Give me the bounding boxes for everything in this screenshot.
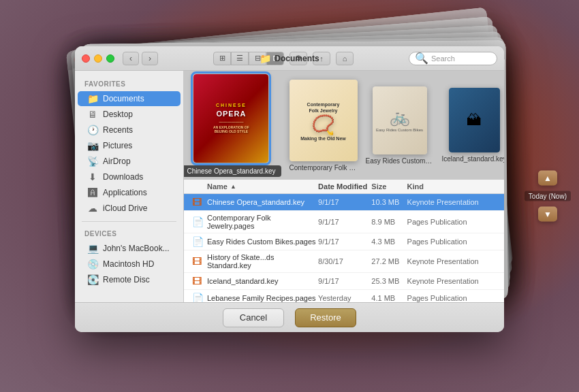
file-kind: Keynote Presentation bbox=[407, 277, 496, 285]
file-date: 9/1/17 bbox=[318, 277, 371, 285]
restore-button[interactable]: Restore bbox=[295, 308, 356, 327]
file-date: 9/1/17 bbox=[318, 218, 371, 226]
sidebar-item-remote-disc[interactable]: 💽 Remote Disc bbox=[78, 272, 181, 287]
file-date: 8/30/17 bbox=[318, 257, 371, 265]
sidebar: Favorites 📁 Documents 🖥 Desktop 🕐 Recent… bbox=[75, 71, 184, 302]
file-name: Chinese Opera_standard.key bbox=[207, 198, 318, 206]
timeline-down-button[interactable]: ▼ bbox=[538, 207, 557, 222]
iceland-label: Iceland_standard.key bbox=[442, 155, 505, 163]
file-icon-cell: 🎞 bbox=[192, 197, 207, 208]
file-name: Lebanese Family Recipes.pages bbox=[207, 294, 318, 302]
sidebar-item-macbook[interactable]: 💻 John's MacBook... bbox=[78, 241, 181, 256]
sidebar-item-airdrop[interactable]: 📡 AirDrop bbox=[78, 154, 181, 169]
file-date: 9/1/17 bbox=[318, 198, 371, 206]
file-name: Iceland_standard.key bbox=[207, 277, 318, 285]
file-row[interactable]: 📄 Contemporary Folk Jewelry.pages 9/1/17… bbox=[184, 211, 504, 233]
bikes-thumb: 🚲 Easy Rides Custom Bikes bbox=[373, 86, 427, 154]
file-size: 4.3 MB bbox=[371, 238, 407, 246]
link-button[interactable]: ⌂ bbox=[336, 52, 354, 65]
file-icon-cell: 🎞 bbox=[192, 276, 207, 287]
devices-label: Devices bbox=[75, 227, 183, 240]
preview-chinese-opera[interactable]: CHINESE OPERA —————— AN EXPLORATION OF B… bbox=[184, 74, 281, 177]
icloud-label: iCloud Drive bbox=[103, 203, 147, 213]
airdrop-icon: 📡 bbox=[87, 156, 98, 167]
sidebar-item-desktop[interactable]: 🖥 Desktop bbox=[78, 107, 181, 122]
jewelry-thumb: ContemporaryFolk Jewelry 📿 Making the Ol… bbox=[290, 80, 358, 161]
preview-folk-jewelry[interactable]: ContemporaryFolk Jewelry 📿 Making the Ol… bbox=[290, 80, 358, 172]
pictures-label: Pictures bbox=[103, 141, 132, 150]
finder-window: ‹ › ⊞ ☰ ⊟ ⊡ ⚙ ↑ ⌂ 📁 Documents 🔍 Search F… bbox=[75, 46, 504, 332]
timeline-slider: ▲ Today (Now) ▼ bbox=[525, 171, 571, 222]
sidebar-item-pictures[interactable]: 📷 Pictures bbox=[78, 138, 181, 153]
file-row[interactable]: 📄 Lebanese Family Recipes.pages Yesterda… bbox=[184, 290, 504, 302]
timeline-up-button[interactable]: ▲ bbox=[538, 171, 557, 186]
minimize-button[interactable] bbox=[94, 54, 102, 63]
window-title: 📁 Documents bbox=[260, 53, 319, 64]
file-icon-cell: 📄 bbox=[192, 236, 207, 247]
file-size: 10.3 MB bbox=[371, 198, 407, 206]
documents-label: Documents bbox=[103, 94, 144, 103]
title-bar: ‹ › ⊞ ☰ ⊟ ⊡ ⚙ ↑ ⌂ 📁 Documents 🔍 Search bbox=[75, 46, 504, 71]
recents-icon: 🕐 bbox=[87, 125, 98, 135]
sidebar-item-documents[interactable]: 📁 Documents bbox=[78, 91, 181, 106]
sidebar-item-recents[interactable]: 🕐 Recents bbox=[78, 122, 181, 137]
recents-label: Recents bbox=[103, 125, 133, 135]
icloud-icon: ☁ bbox=[87, 203, 98, 214]
bikes-preview-art: 🚲 Easy Rides Custom Bikes bbox=[373, 86, 427, 154]
cancel-button[interactable]: Cancel bbox=[223, 308, 284, 327]
desktop-label: Desktop bbox=[103, 110, 133, 119]
header-name[interactable]: Name ▲ bbox=[207, 182, 318, 191]
close-button[interactable] bbox=[82, 54, 90, 63]
file-type-icon: 🎞 bbox=[192, 256, 202, 267]
file-kind: Keynote Presentation bbox=[407, 257, 496, 265]
folder-icon: 📁 bbox=[260, 53, 271, 64]
header-size[interactable]: Size bbox=[371, 182, 407, 191]
opera-thumb: CHINESE OPERA —————— AN EXPLORATION OF B… bbox=[193, 74, 268, 163]
search-box[interactable]: 🔍 Search bbox=[409, 52, 497, 65]
file-row[interactable]: 🎞 History of Skate...ds Standard.key 8/3… bbox=[184, 250, 504, 273]
file-name: Contemporary Folk Jewelry.pages bbox=[207, 214, 318, 230]
header-date[interactable]: Date Modified bbox=[318, 182, 371, 191]
view-list-button[interactable]: ☰ bbox=[231, 52, 249, 65]
view-icon-button[interactable]: ⊞ bbox=[213, 52, 231, 65]
macbook-label: John's MacBook... bbox=[103, 244, 170, 253]
iceland-thumb: 🏔 bbox=[449, 88, 500, 152]
preview-area: CHINESE OPERA —————— AN EXPLORATION OF B… bbox=[184, 71, 504, 180]
file-rows-container: 🎞 Chinese Opera_standard.key 9/1/17 10.3… bbox=[184, 194, 504, 302]
file-kind: Keynote Presentation bbox=[407, 198, 496, 206]
sidebar-item-icloud[interactable]: ☁ iCloud Drive bbox=[78, 201, 181, 216]
file-list-header: Name ▲ Date Modified Size Kind bbox=[184, 180, 504, 194]
file-date: Yesterday bbox=[318, 294, 371, 302]
nav-buttons: ‹ › bbox=[123, 52, 158, 65]
file-type-icon: 🎞 bbox=[192, 197, 202, 208]
file-row[interactable]: 🎞 Chinese Opera_standard.key 9/1/17 10.3… bbox=[184, 194, 504, 211]
file-type-icon: 📄 bbox=[192, 293, 204, 302]
file-icon-cell: 🎞 bbox=[192, 256, 207, 267]
file-size: 8.9 MB bbox=[371, 218, 407, 226]
hd-icon: 💿 bbox=[87, 259, 98, 270]
file-size: 4.1 MB bbox=[371, 294, 407, 302]
file-icon-cell: 📄 bbox=[192, 293, 207, 302]
search-icon: 🔍 bbox=[415, 52, 428, 65]
traffic-lights bbox=[82, 54, 114, 63]
sidebar-divider bbox=[82, 221, 176, 222]
file-size: 27.2 MB bbox=[371, 257, 407, 265]
file-icon-cell: 📄 bbox=[192, 216, 207, 227]
file-type-icon: 📄 bbox=[192, 236, 204, 247]
fullscreen-button[interactable] bbox=[106, 54, 114, 63]
sidebar-item-macintosh-hd[interactable]: 💿 Macintosh HD bbox=[78, 257, 181, 272]
back-button[interactable]: ‹ bbox=[123, 52, 139, 65]
sidebar-item-downloads[interactable]: ⬇ Downloads bbox=[78, 169, 181, 184]
file-row[interactable]: 📄 Easy Rides Custom Bikes.pages 9/1/17 4… bbox=[184, 233, 504, 250]
hd-label: Macintosh HD bbox=[103, 259, 154, 269]
search-placeholder: Search bbox=[431, 54, 455, 63]
sidebar-item-applications[interactable]: 🅰 Applications bbox=[78, 185, 181, 200]
documents-icon: 📁 bbox=[87, 93, 98, 104]
file-row[interactable]: 🎞 Iceland_standard.key 9/1/17 25.3 MB Ke… bbox=[184, 273, 504, 290]
bikes-label: Easy Rides Custom Bikes bbox=[366, 157, 434, 165]
preview-bikes[interactable]: 🚲 Easy Rides Custom Bikes Easy Rides Cus… bbox=[366, 86, 434, 165]
header-kind[interactable]: Kind bbox=[407, 182, 496, 191]
preview-iceland[interactable]: 🏔 Iceland_standard.key bbox=[442, 88, 505, 163]
forward-button[interactable]: › bbox=[142, 52, 158, 65]
main-panel: CHINESE OPERA —————— AN EXPLORATION OF B… bbox=[184, 71, 504, 302]
